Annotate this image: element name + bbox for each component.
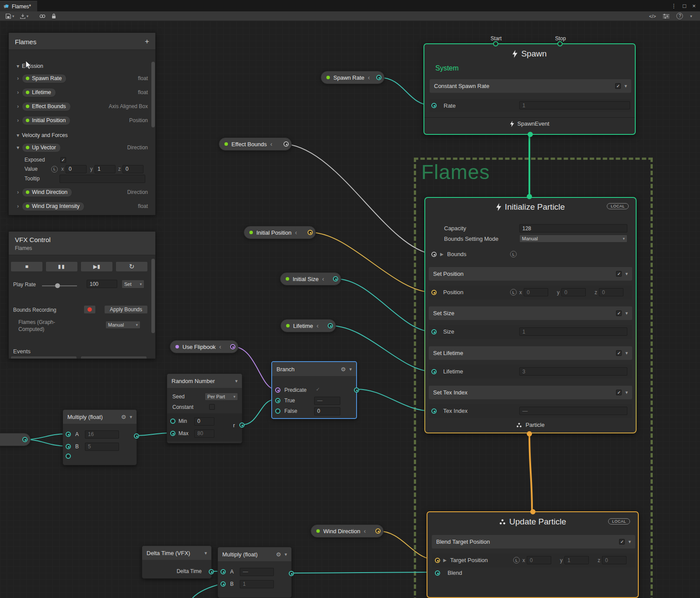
chevron-down-icon[interactable]: ▾ <box>130 414 132 420</box>
b-input-port[interactable] <box>66 444 71 449</box>
pill-output-port[interactable] <box>376 75 382 80</box>
initialize-output-port[interactable] <box>527 431 532 436</box>
onplay-button[interactable]: OnPlay <box>10 356 77 359</box>
random-number-node[interactable]: Random Number ▾ Seed Per Part▾ Constant … <box>167 373 242 443</box>
b-field[interactable]: 1 <box>240 580 274 588</box>
param-effect-bounds[interactable]: › Effect Bounds Axis Aligned Box <box>9 100 150 113</box>
capacity-field[interactable]: 128 <box>519 224 627 232</box>
param-lifetime[interactable]: › Lifetime float <box>9 86 150 98</box>
multiply-float-node[interactable]: Multiply (float) ⚙ ▾ A 16 B 5 <box>63 409 137 465</box>
tab-flames[interactable]: Flames* <box>0 1 37 11</box>
pill-lifetime[interactable]: Lifetime ‹ <box>280 319 336 332</box>
pill-output-port[interactable] <box>328 323 333 328</box>
chevron-right-icon[interactable]: › <box>14 203 22 209</box>
stop-flow-port[interactable] <box>557 41 563 46</box>
initialize-particle-node[interactable]: Initialize Particle LOCAL Capacity 128 B… <box>424 197 637 433</box>
lock-button[interactable] <box>49 12 58 20</box>
pill-output-port[interactable] <box>333 276 338 281</box>
param-initial-position[interactable]: › Initial Position Position <box>9 114 150 127</box>
delta-time-output-port[interactable] <box>209 569 214 574</box>
pill-wind-direction[interactable]: Wind Direction ‹ <box>311 524 384 538</box>
chevron-down-icon[interactable]: ▾ <box>349 366 352 372</box>
block-enabled-checkbox[interactable]: ✓ <box>615 83 621 89</box>
z-field[interactable]: 0 <box>599 288 623 296</box>
branch-node[interactable]: Branch ⚙ ▾ Predicate ✓ True — False 0 <box>271 361 357 419</box>
apply-bounds-button[interactable]: Apply Bounds <box>104 305 148 314</box>
chevron-down-icon[interactable]: ▾ <box>625 310 628 316</box>
pill-output-port[interactable] <box>375 528 381 534</box>
a-field[interactable]: — <box>240 568 274 576</box>
collapse-icon[interactable]: ‹ <box>317 322 319 329</box>
record-button[interactable] <box>84 305 96 314</box>
rate-input-port[interactable] <box>431 103 437 108</box>
spawn-output-port[interactable] <box>528 132 533 137</box>
set-lifetime-block[interactable]: Set Lifetime ✓▾ <box>429 346 632 360</box>
pill-size[interactable]: Size ‹ <box>0 433 31 446</box>
chevron-down-icon[interactable]: ▾ <box>14 132 22 138</box>
pill-initial-size[interactable]: Initial Size ‹ <box>280 272 341 285</box>
target-position-input-port[interactable] <box>435 558 440 563</box>
onstop-button[interactable]: OnStop <box>80 356 147 359</box>
maximize-icon[interactable]: □ <box>683 3 686 9</box>
section-velocity-forces[interactable]: ▾ Velocity and Forces <box>9 129 150 141</box>
blackboard-panel[interactable]: Flames + ▾ Emission › Spawn Rate float ›… <box>8 32 156 215</box>
max-field[interactable]: 80 <box>194 429 214 438</box>
chevron-down-icon[interactable]: ▾ <box>235 378 238 384</box>
initialize-input-port[interactable] <box>527 194 532 199</box>
menu-icon[interactable]: ⋮ <box>671 3 677 9</box>
size-input-port[interactable] <box>431 329 437 334</box>
spawn-context-node[interactable]: Start Stop Spawn System Constant Spawn R… <box>424 43 636 135</box>
save-as-button[interactable]: ▾ <box>18 12 31 20</box>
start-flow-port[interactable] <box>493 41 498 46</box>
param-wind-direction[interactable]: › Wind Direction Direction <box>9 186 150 198</box>
y-field[interactable]: 1 <box>564 556 589 564</box>
pill-output-port[interactable] <box>284 141 289 147</box>
pause-button[interactable]: ▮▮ <box>46 261 78 272</box>
collapse-icon[interactable]: ‹ <box>322 275 324 282</box>
chevron-right-icon[interactable]: › <box>14 75 22 81</box>
a-input-port[interactable] <box>66 432 71 437</box>
gear-icon[interactable]: ⚙ <box>121 414 126 420</box>
set-size-block[interactable]: Set Size ✓▾ <box>429 306 632 320</box>
chevron-down-icon[interactable]: ▾ <box>14 63 22 69</box>
chevron-down-icon[interactable]: ▾ <box>204 550 207 556</box>
false-field[interactable]: 0 <box>314 407 340 415</box>
bounds-input-port[interactable] <box>431 252 437 257</box>
constant-spawn-rate-block[interactable]: Constant Spawn Rate ✓▾ <box>430 79 631 93</box>
exposed-checkbox[interactable]: ✓ <box>60 157 66 163</box>
y-field[interactable]: 1 <box>94 165 116 173</box>
min-field[interactable]: 0 <box>194 417 214 426</box>
chevron-down-icon[interactable]: ▾ <box>628 539 631 545</box>
seed-dropdown[interactable]: Per Part▾ <box>205 393 238 401</box>
tex-index-field[interactable]: — <box>519 407 627 415</box>
block-enabled-checkbox[interactable]: ✓ <box>616 271 622 277</box>
chevron-down-icon[interactable]: ▾ <box>624 83 627 89</box>
size-field[interactable]: 1 <box>519 327 627 336</box>
collapse-icon[interactable]: ‹ <box>219 343 221 350</box>
pill-effect-bounds[interactable]: Effect Bounds ‹ <box>219 137 292 151</box>
close-icon[interactable]: × <box>692 3 696 9</box>
blend-input-port[interactable] <box>435 570 440 576</box>
min-input-port[interactable] <box>170 419 175 424</box>
link-button[interactable] <box>37 12 48 20</box>
true-input-port[interactable] <box>275 398 280 403</box>
a-field[interactable]: 16 <box>85 430 119 439</box>
pill-output-port[interactable] <box>230 344 235 349</box>
chevron-right-icon[interactable]: › <box>14 189 22 195</box>
sliders-icon[interactable] <box>663 14 669 19</box>
chevron-down-icon[interactable]: ▾ <box>625 271 628 277</box>
collapse-icon[interactable]: ‹ <box>364 528 366 535</box>
chevron-right-icon[interactable]: › <box>14 103 22 109</box>
x-field[interactable]: 0 <box>66 165 87 173</box>
local-space-icon[interactable]: L <box>510 289 517 295</box>
max-input-port[interactable] <box>170 431 175 436</box>
local-space-icon[interactable]: L <box>513 557 520 563</box>
play-rate-slider-thumb[interactable] <box>55 283 60 288</box>
restart-button[interactable]: ↻ <box>116 261 148 272</box>
gear-icon[interactable]: ⚙ <box>341 366 346 373</box>
lifetime-input-port[interactable] <box>431 369 437 374</box>
local-space-icon[interactable]: L <box>51 166 58 172</box>
save-button[interactable]: ▾ <box>4 12 16 20</box>
block-enabled-checkbox[interactable]: ✓ <box>616 310 622 316</box>
multiply-output-port[interactable] <box>134 433 139 439</box>
